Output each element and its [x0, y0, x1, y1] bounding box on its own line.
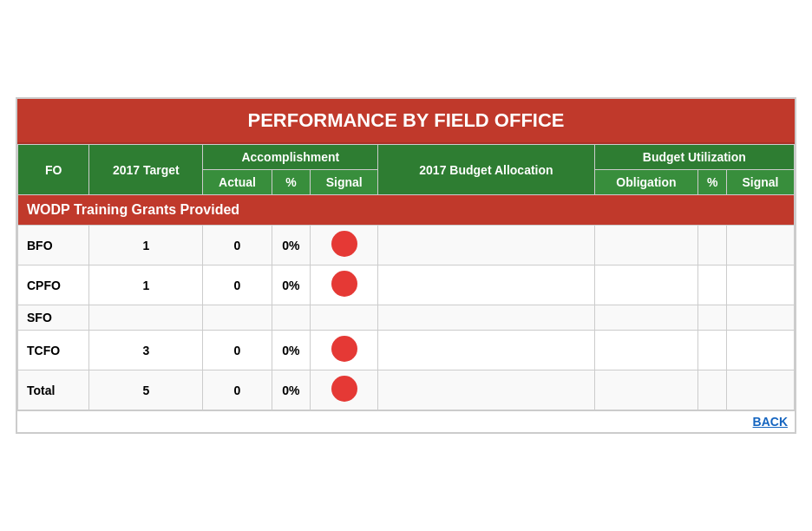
signal-cell	[311, 370, 378, 410]
actual-cell: 0	[203, 370, 272, 410]
util-percent-cell	[698, 370, 727, 410]
budget-alloc-cell	[378, 266, 595, 305]
percent-cell: 0%	[272, 370, 311, 410]
percent-cell	[272, 305, 311, 331]
fo-cell: SFO	[18, 305, 89, 331]
actual-cell: 0	[203, 331, 272, 370]
signal-cell	[311, 305, 378, 331]
actual-cell: 0	[203, 226, 272, 266]
signal-cell	[311, 331, 378, 370]
obligation-subheader: Obligation	[594, 170, 698, 195]
main-container: PERFORMANCE BY FIELD OFFICE FO 2017 Targ…	[16, 97, 796, 434]
util-percent-cell	[698, 331, 727, 370]
signal-red-dot	[331, 376, 357, 402]
target-cell: 3	[89, 331, 203, 370]
fo-cell: Total	[18, 370, 89, 410]
fo-cell: TCFO	[18, 331, 89, 370]
target-cell: 5	[89, 370, 203, 410]
util-percent-cell	[698, 305, 727, 331]
util-percent-subheader: %	[698, 170, 727, 195]
budget-alloc-cell	[378, 370, 595, 410]
fo-cell: CPFO	[18, 266, 89, 305]
table-row: SFO	[18, 305, 795, 331]
table-row: BFO100%	[18, 226, 795, 266]
target-cell: 1	[89, 266, 203, 305]
back-button[interactable]: BACK	[17, 410, 795, 432]
target-header: 2017 Target	[89, 145, 203, 195]
budget-alloc-cell	[378, 331, 595, 370]
obligation-cell	[594, 226, 698, 266]
percent-cell: 0%	[272, 226, 311, 266]
signal-red-dot	[331, 336, 357, 362]
budget-util-header: Budget Utilization	[594, 145, 794, 170]
signal-cell	[311, 266, 378, 305]
accomplishment-header: Accomplishment	[203, 145, 378, 170]
signal-red-dot	[331, 271, 357, 297]
util-percent-cell	[698, 226, 727, 266]
percent-cell: 0%	[272, 266, 311, 305]
budget-alloc-cell	[378, 226, 595, 266]
signal-subheader: Signal	[311, 170, 378, 195]
obligation-cell	[594, 266, 698, 305]
percent-subheader: %	[272, 170, 311, 195]
util-signal-cell	[727, 331, 795, 370]
fo-cell: BFO	[18, 226, 89, 266]
budget-alloc-header: 2017 Budget Allocation	[378, 145, 595, 195]
table-row: CPFO100%	[18, 266, 795, 305]
fo-header: FO	[18, 145, 89, 195]
obligation-cell	[594, 305, 698, 331]
obligation-cell	[594, 370, 698, 410]
percent-cell: 0%	[272, 331, 311, 370]
table-row: Total500%	[18, 370, 795, 410]
util-signal-cell	[727, 370, 795, 410]
actual-cell: 0	[203, 266, 272, 305]
obligation-cell	[594, 331, 698, 370]
util-signal-subheader: Signal	[727, 170, 795, 195]
util-signal-cell	[727, 305, 795, 331]
budget-alloc-cell	[378, 305, 595, 331]
signal-cell	[311, 226, 378, 266]
signal-red-dot	[331, 231, 357, 257]
util-signal-cell	[727, 266, 795, 305]
table-row: TCFO300%	[18, 331, 795, 370]
actual-cell	[203, 305, 272, 331]
util-percent-cell	[698, 266, 727, 305]
target-cell	[89, 305, 203, 331]
util-signal-cell	[727, 226, 795, 266]
section-title: WODP Training Grants Provided	[18, 195, 795, 226]
actual-subheader: Actual	[203, 170, 272, 195]
target-cell: 1	[89, 226, 203, 266]
page-title: PERFORMANCE BY FIELD OFFICE	[17, 99, 795, 144]
